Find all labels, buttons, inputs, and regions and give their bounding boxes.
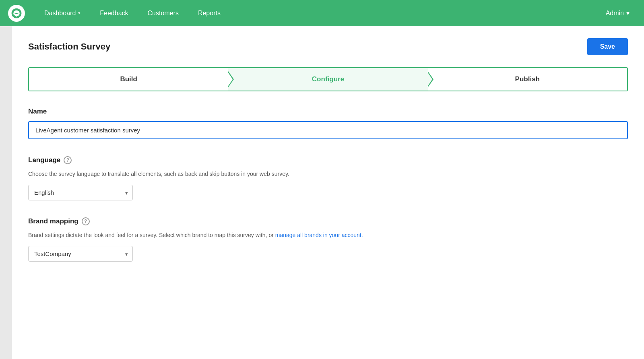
main-content: Satisfaction Survey Save Build Configure… — [12, 26, 644, 359]
nav-items: Dashboard ▾ Feedback Customers Reports — [35, 0, 599, 26]
svg-point-3 — [17, 12, 19, 14]
step-arrow-inner-2 — [427, 72, 432, 87]
logo[interactable] — [8, 5, 25, 22]
layout: Satisfaction Survey Save Build Configure… — [0, 26, 644, 359]
brand-desc: Brand settings dictate the look and feel… — [28, 231, 628, 239]
language-label: Language ? — [28, 156, 628, 164]
nav-customers[interactable]: Customers — [138, 0, 188, 26]
name-label: Name — [28, 107, 628, 116]
save-button[interactable]: Save — [587, 38, 628, 55]
nav-dashboard[interactable]: Dashboard ▾ — [35, 0, 90, 26]
language-desc: Choose the survey language to translate … — [28, 170, 628, 178]
sidebar — [0, 26, 12, 359]
name-input[interactable] — [28, 121, 628, 139]
name-section: Name — [28, 107, 628, 152]
admin-menu[interactable]: Admin ▾ — [599, 9, 636, 17]
step-publish[interactable]: Publish — [428, 68, 627, 91]
brand-help-icon[interactable]: ? — [82, 217, 90, 225]
steps-bar: Build Configure Publish — [28, 67, 628, 91]
manage-brands-link[interactable]: manage all brands in your account. — [275, 232, 363, 238]
brand-select[interactable]: TestCompany Other — [28, 246, 133, 262]
top-nav: Dashboard ▾ Feedback Customers Reports A… — [0, 0, 644, 26]
brand-select-wrapper: TestCompany Other ▾ — [28, 246, 133, 262]
nav-feedback[interactable]: Feedback — [90, 0, 138, 26]
svg-point-1 — [14, 12, 16, 14]
step-build[interactable]: Build — [29, 68, 228, 91]
step-arrow-inner-1 — [228, 72, 233, 87]
page-title: Satisfaction Survey — [28, 41, 110, 52]
language-section: Language ? Choose the survey language to… — [28, 156, 628, 213]
language-help-icon[interactable]: ? — [64, 156, 72, 164]
nav-right: Admin ▾ — [599, 9, 636, 17]
page-header: Satisfaction Survey Save — [28, 38, 628, 55]
svg-point-2 — [16, 12, 17, 14]
admin-chevron-icon: ▾ — [626, 9, 630, 17]
language-select[interactable]: English French German Spanish Italian — [28, 185, 133, 200]
step-configure[interactable]: Configure — [228, 68, 427, 91]
dashboard-chevron-icon: ▾ — [78, 10, 80, 16]
language-select-wrapper: English French German Spanish Italian ▾ — [28, 185, 133, 200]
brand-mapping-section: Brand mapping ? Brand settings dictate t… — [28, 217, 628, 274]
nav-reports[interactable]: Reports — [188, 0, 230, 26]
brand-label: Brand mapping ? — [28, 217, 628, 225]
